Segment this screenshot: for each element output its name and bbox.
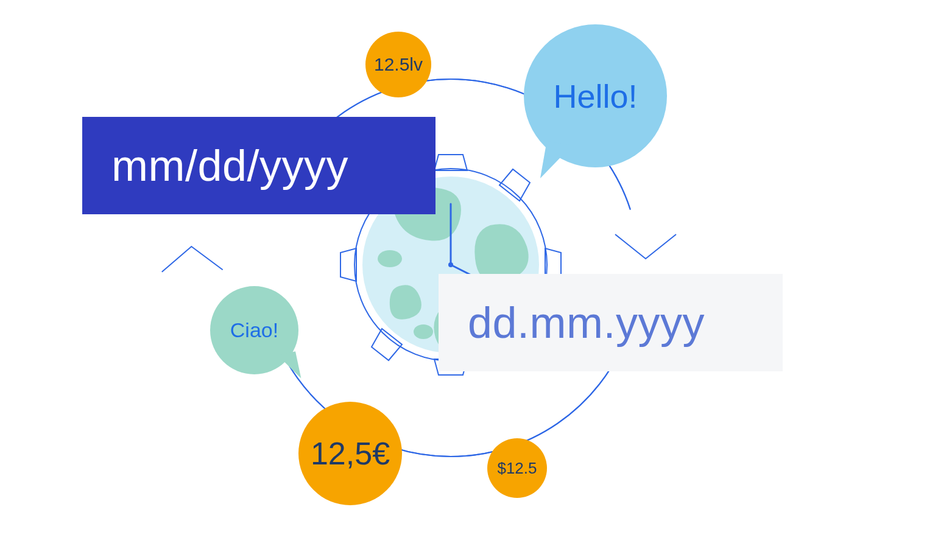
currency-lv-text: 12.5lv (374, 54, 423, 75)
currency-usd-text: $12.5 (497, 459, 537, 478)
date-format-eu-box: dd.mm.yyyy (439, 274, 783, 371)
currency-usd-coin: $12.5 (487, 438, 547, 498)
arrowhead-down-icon (609, 228, 682, 265)
speech-bubble-ciao-tail (278, 351, 302, 382)
currency-eur-text: 12,5€ (311, 435, 390, 472)
date-format-us-box: mm/dd/yyyy (82, 117, 436, 214)
currency-eur-coin: 12,5€ (298, 402, 402, 505)
currency-lv-coin: 12.5lv (365, 32, 431, 97)
svg-point-9 (448, 262, 453, 267)
svg-point-6 (414, 324, 433, 339)
arrowhead-up-icon (155, 239, 229, 278)
date-format-eu-text: dd.mm.yyyy (468, 298, 705, 348)
greeting-en-text: Hello! (553, 77, 637, 115)
greeting-it-text: Ciao! (230, 318, 278, 342)
svg-point-4 (378, 250, 402, 267)
localization-diagram: mm/dd/yyyy dd.mm.yyyy 12.5lv 12,5€ $12.5… (0, 0, 938, 560)
date-format-us-text: mm/dd/yyyy (111, 141, 348, 191)
